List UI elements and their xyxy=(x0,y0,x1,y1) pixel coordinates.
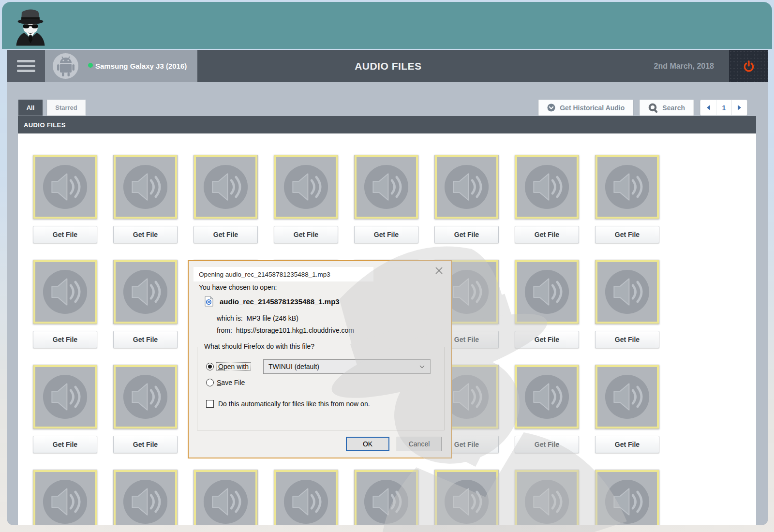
get-file-button[interactable]: Get File xyxy=(595,226,659,243)
cancel-button[interactable]: Cancel xyxy=(397,437,442,451)
open-with-label[interactable]: Open with xyxy=(217,363,250,370)
speaker-audio-icon xyxy=(597,157,657,217)
get-file-button[interactable]: Get File xyxy=(274,226,338,243)
device-selector[interactable]: Samsung Galaxy J3 (2016) xyxy=(45,50,197,82)
get-file-button[interactable]: Get File xyxy=(33,331,97,348)
speaker-audio-icon xyxy=(357,472,416,525)
file-source-line: from: https://storage101.hkg1.clouddrive… xyxy=(217,326,354,334)
dialog-close-button[interactable] xyxy=(432,264,445,277)
hamburger-menu-button[interactable] xyxy=(7,50,45,82)
speaker-audio-icon xyxy=(517,367,577,427)
speaker-audio-icon xyxy=(276,472,336,525)
speaker-audio-icon xyxy=(196,157,255,217)
search-button[interactable]: Search xyxy=(640,100,694,116)
do-automatically-checkbox[interactable] xyxy=(206,400,214,408)
audio-thumbnail[interactable] xyxy=(33,155,97,219)
audio-thumbnail[interactable] xyxy=(274,155,338,219)
media-file-icon xyxy=(205,296,213,307)
speaker-audio-icon xyxy=(357,157,416,217)
audio-thumbnail[interactable] xyxy=(33,260,97,324)
get-historical-audio-button[interactable]: Get Historical Audio xyxy=(538,100,633,116)
audio-thumbnail[interactable] xyxy=(595,155,659,219)
speaker-audio-icon xyxy=(597,262,657,322)
audio-thumbnail[interactable] xyxy=(515,260,579,324)
audio-thumbnail[interactable] xyxy=(434,155,499,219)
tab-all[interactable]: All xyxy=(18,100,43,116)
online-status-dot xyxy=(88,63,93,68)
save-file-radio[interactable] xyxy=(206,379,214,386)
device-name: Samsung Galaxy J3 (2016) xyxy=(95,62,187,70)
get-file-button[interactable]: Get File xyxy=(595,331,659,348)
open-with-radio[interactable] xyxy=(206,363,214,370)
get-file-button[interactable]: Get File xyxy=(434,226,499,243)
audio-file-item: Get File xyxy=(33,260,97,348)
audio-file-item: Get File xyxy=(274,470,338,525)
audio-thumbnail[interactable] xyxy=(194,470,258,525)
get-file-button[interactable]: Get File xyxy=(33,436,97,453)
audio-file-item: Get File xyxy=(515,260,579,348)
history-download-icon xyxy=(547,103,555,112)
audio-thumbnail[interactable] xyxy=(595,365,659,429)
dialog-separator xyxy=(189,436,451,436)
speaker-audio-icon xyxy=(517,472,577,525)
audio-file-item: Get File xyxy=(113,365,178,453)
audio-thumbnail[interactable] xyxy=(595,470,659,525)
speaker-audio-icon xyxy=(597,367,657,427)
audio-thumbnail[interactable] xyxy=(274,470,338,525)
speaker-audio-icon xyxy=(116,262,175,322)
speaker-audio-icon xyxy=(517,262,577,322)
audio-file-item: Get File xyxy=(113,260,178,348)
speaker-audio-icon xyxy=(116,157,175,217)
page-prev-button[interactable] xyxy=(700,100,716,115)
audio-thumbnail[interactable] xyxy=(595,260,659,324)
tab-starred[interactable]: Starred xyxy=(47,100,86,116)
logout-power-button[interactable] xyxy=(729,50,768,82)
get-file-button[interactable]: Get File xyxy=(113,226,178,243)
audio-thumbnail[interactable] xyxy=(113,470,178,525)
ok-button[interactable]: OK xyxy=(346,437,389,451)
audio-file-item: Get File xyxy=(194,470,258,525)
audio-file-item: Get File xyxy=(434,470,499,525)
speaker-audio-icon xyxy=(437,157,496,217)
section-header: AUDIO FILES xyxy=(18,116,756,133)
audio-thumbnail[interactable] xyxy=(33,470,97,525)
app-header: Samsung Galaxy J3 (2016) AUDIO FILES 2nd… xyxy=(7,50,768,82)
save-file-label[interactable]: Save File xyxy=(217,379,245,386)
get-file-button[interactable]: Get File xyxy=(595,436,659,453)
audio-thumbnail[interactable] xyxy=(515,470,579,525)
audio-thumbnail[interactable] xyxy=(434,470,499,525)
audio-file-item: Get File xyxy=(595,260,659,348)
android-device-icon xyxy=(53,53,78,79)
speaker-audio-icon xyxy=(35,472,95,525)
get-file-button[interactable]: Get File xyxy=(515,226,579,243)
get-file-button[interactable]: Get File xyxy=(194,226,258,243)
audio-thumbnail[interactable] xyxy=(515,155,579,219)
audio-file-item: Get File xyxy=(33,470,97,525)
dialog-filename: audio_rec_21458781235488_1.mp3 xyxy=(220,297,340,306)
page-number[interactable]: 1 xyxy=(716,100,731,115)
audio-file-item: Get File xyxy=(515,365,579,453)
page-next-button[interactable] xyxy=(731,100,747,115)
get-file-button[interactable]: Get File xyxy=(354,226,418,243)
audio-thumbnail[interactable] xyxy=(515,365,579,429)
audio-file-item: Get File xyxy=(354,155,418,243)
header-date: 2nd March, 2018 xyxy=(654,50,714,82)
get-file-button[interactable]: Get File xyxy=(113,331,178,348)
speaker-audio-icon xyxy=(35,367,95,427)
open-with-dropdown[interactable]: TWINUI (default) xyxy=(263,359,431,374)
audio-thumbnail[interactable] xyxy=(113,155,178,219)
audio-thumbnail[interactable] xyxy=(194,155,258,219)
speaker-audio-icon xyxy=(437,472,496,525)
audio-thumbnail[interactable] xyxy=(33,365,97,429)
get-file-button[interactable]: Get File xyxy=(515,331,579,348)
audio-thumbnail[interactable] xyxy=(113,260,178,324)
get-file-button[interactable]: Get File xyxy=(33,226,97,243)
audio-thumbnail[interactable] xyxy=(354,470,418,525)
speaker-audio-icon xyxy=(116,472,175,525)
get-file-button[interactable]: Get File xyxy=(113,436,178,453)
do-automatically-label[interactable]: Do this automatically for files like thi… xyxy=(218,400,370,408)
file-type-line: which is: MP3 file (246 kB) xyxy=(217,314,298,322)
audio-thumbnail[interactable] xyxy=(354,155,418,219)
get-file-button[interactable]: Get File xyxy=(515,436,579,453)
audio-thumbnail[interactable] xyxy=(113,365,178,429)
